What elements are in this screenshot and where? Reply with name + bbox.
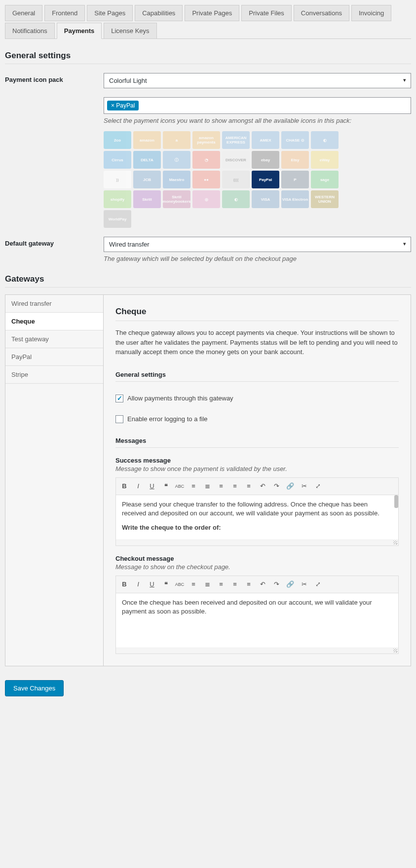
payment-icon-shopify[interactable]: shopify (104, 190, 131, 208)
tab-private-pages[interactable]: Private Pages (185, 5, 239, 21)
unlink-icon[interactable]: ✂ (298, 480, 310, 493)
unlink-icon[interactable]: ✂ (298, 578, 310, 591)
payment-icon-maestro[interactable]: Maestro (163, 171, 190, 188)
checkout-message-body[interactable]: Once the cheque has been received and de… (116, 593, 398, 648)
payment-icon-amazon-payments[interactable]: amazon payments (192, 131, 220, 149)
ul-icon[interactable]: ≡ (187, 578, 200, 591)
payment-icon-worldpay[interactable]: WorldPay (104, 210, 131, 228)
payment-icon--[interactable]: (((( (222, 171, 250, 188)
tab-payments[interactable]: Payments (57, 23, 102, 39)
redo-icon[interactable]: ↷ (270, 578, 283, 591)
quote-icon[interactable]: ❝ (159, 480, 172, 493)
payment-icon--[interactable]: ◔ (192, 151, 220, 169)
undo-icon[interactable]: ↶ (256, 578, 269, 591)
ol-icon[interactable]: ≣ (201, 578, 214, 591)
save-changes-button[interactable]: Save Changes (5, 680, 64, 696)
checkout-message-editor: BIU❝ABC≡≣≡≡≡↶↷🔗✂⤢ Once the cheque has be… (115, 576, 399, 654)
tab-frontend[interactable]: Frontend (44, 5, 85, 21)
success-toolbar: BIU❝ABC≡≣≡≡≡↶↷🔗✂⤢ (116, 478, 398, 495)
allow-payments-checkbox[interactable] (115, 395, 123, 402)
payment-icon-skrill[interactable]: Skrill (133, 190, 161, 208)
redo-icon[interactable]: ↷ (270, 480, 283, 493)
underline-icon[interactable]: U (146, 480, 158, 493)
gateway-nav-stripe[interactable]: Stripe (5, 366, 103, 384)
checkout-toolbar: BIU❝ABC≡≣≡≡≡↶↷🔗✂⤢ (116, 576, 398, 593)
gateway-nav-test-gateway[interactable]: Test gateway (5, 330, 103, 348)
tab-capabilities[interactable]: Capabilities (135, 5, 183, 21)
payment-icon-visa-electron[interactable]: VISA Electron (281, 190, 309, 208)
tab-private-files[interactable]: Private Files (241, 5, 292, 21)
payment-icon-jcb[interactable]: JCB (133, 171, 161, 188)
success-message-body[interactable]: Please send your cheque transfer to the … (116, 495, 398, 540)
payment-icon-etsy[interactable]: Etsy (281, 151, 309, 169)
fullscreen-icon[interactable]: ⤢ (311, 578, 324, 591)
payment-icon-sage[interactable]: sage (311, 171, 339, 188)
payment-icon-american-express[interactable]: AMERICAN EXPRESS (222, 131, 250, 149)
payment-icon-eway[interactable]: eWay (311, 151, 339, 169)
strike-icon[interactable]: ABC (173, 578, 186, 591)
allow-payments-label: Allow payments through this gateway (127, 395, 233, 402)
align-center-icon[interactable]: ≡ (228, 480, 241, 493)
payment-icon-amex[interactable]: AMEX (252, 131, 279, 149)
tab-conversations[interactable]: Conversations (294, 5, 349, 21)
checkout-message-label: Checkout message (115, 555, 399, 562)
tab-site-pages[interactable]: Site Pages (87, 5, 133, 21)
gateways-nav: Wired transferChequeTest gatewayPayPalSt… (5, 294, 104, 666)
error-logging-checkbox[interactable] (115, 415, 123, 423)
payment-icon-visa[interactable]: VISA (252, 190, 279, 208)
payment-icon-a[interactable]: a (163, 131, 190, 149)
gateway-nav-cheque[interactable]: Cheque (5, 313, 103, 330)
strike-icon[interactable]: ABC (173, 480, 186, 493)
payment-icon-skrill-moneybookers[interactable]: Skrill moneybookers (163, 190, 190, 208)
default-gateway-select[interactable]: Wired transfer (104, 237, 411, 252)
tab-license-keys[interactable]: License Keys (104, 23, 156, 39)
ol-icon[interactable]: ≣ (201, 480, 214, 493)
payment-icon-amazon[interactable]: amazon (133, 131, 161, 149)
payment-icon-p[interactable]: P (281, 171, 309, 188)
tab-notifications[interactable]: Notifications (5, 23, 55, 39)
payment-icon--[interactable]: ◐ (222, 190, 250, 208)
payment-icon-ebay[interactable]: ebay (252, 151, 279, 169)
payment-icon-2co[interactable]: 2co (104, 131, 131, 149)
payment-icon--[interactable]: ◎ (192, 190, 220, 208)
payment-icon-cirrus[interactable]: Cirrus (104, 151, 131, 169)
align-left-icon[interactable]: ≡ (215, 480, 227, 493)
payment-icon--[interactable]: )) (104, 171, 131, 188)
messages-heading: Messages (115, 437, 399, 448)
ul-icon[interactable]: ≡ (187, 480, 200, 493)
gateway-nav-paypal[interactable]: PayPal (5, 348, 103, 366)
gateway-general-heading: General settings (115, 371, 399, 382)
link-icon[interactable]: 🔗 (284, 578, 297, 591)
payment-icon--[interactable]: ⓘ (163, 151, 190, 169)
align-right-icon[interactable]: ≡ (242, 578, 255, 591)
payment-icon-chase-[interactable]: CHASE ⊙ (281, 131, 309, 149)
payment-icon-western-union[interactable]: WESTERN UNION (311, 190, 339, 208)
quote-icon[interactable]: ❝ (159, 578, 172, 591)
align-center-icon[interactable]: ≡ (228, 578, 241, 591)
undo-icon[interactable]: ↶ (256, 480, 269, 493)
payment-icon--[interactable]: ●● (192, 171, 220, 188)
icon-pack-select[interactable]: Colorful Light (104, 73, 411, 88)
bold-icon[interactable]: B (118, 578, 131, 591)
payment-icon-delta[interactable]: DELTA (133, 151, 161, 169)
resize-handle[interactable] (116, 540, 398, 545)
underline-icon[interactable]: U (146, 578, 158, 591)
tab-general[interactable]: General (5, 5, 42, 21)
paypal-tag[interactable]: × PayPal (107, 101, 139, 110)
fullscreen-icon[interactable]: ⤢ (311, 480, 324, 493)
align-right-icon[interactable]: ≡ (242, 480, 255, 493)
italic-icon[interactable]: I (132, 578, 145, 591)
tab-invoicing[interactable]: Invoicing (351, 5, 391, 21)
link-icon[interactable]: 🔗 (284, 480, 297, 493)
gateway-nav-wired-transfer[interactable]: Wired transfer (5, 295, 103, 313)
italic-icon[interactable]: I (132, 480, 145, 493)
resize-handle[interactable] (116, 648, 398, 653)
payment-icon-paypal[interactable]: PayPal (252, 171, 279, 188)
payment-icon--[interactable]: ◐ (311, 131, 339, 149)
bold-icon[interactable]: B (118, 480, 131, 493)
payment-icon-discover[interactable]: DISCOVER (222, 151, 250, 169)
success-message-help: Message to show once the payment is vali… (115, 465, 399, 472)
scrollbar-thumb[interactable] (394, 495, 398, 508)
icon-tag-input[interactable]: × PayPal (104, 97, 411, 114)
align-left-icon[interactable]: ≡ (215, 578, 227, 591)
